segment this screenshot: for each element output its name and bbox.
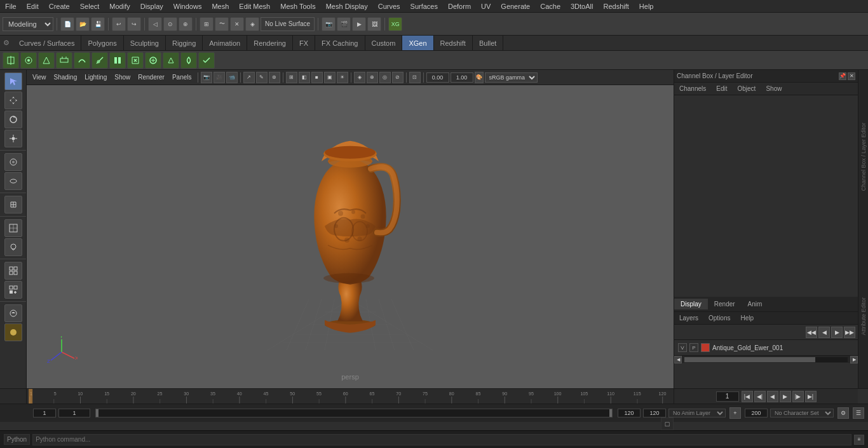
undo-btn[interactable]: ↩ [112,17,126,31]
layer-v-btn[interactable]: V [678,343,687,352]
vp-menu-renderer[interactable]: Renderer [135,72,168,82]
snap-sidebar[interactable] [4,196,22,214]
python-input[interactable] [32,434,851,445]
vp-ssao[interactable]: ◎ [379,72,391,83]
tab-redshift[interactable]: Redshift [434,36,473,50]
workspace-dropdown[interactable]: Modeling [3,17,53,31]
vp-cam3-btn[interactable]: 📹 [226,72,238,83]
xgen-tool-8[interactable] [127,52,144,69]
script-icon[interactable]: ≡ [854,435,864,445]
anim-range-track[interactable] [95,409,613,417]
view-sidebar[interactable] [4,219,22,237]
xgen-tool-6[interactable] [92,52,108,69]
viewport-canvas[interactable]: X Y Z persp [27,85,674,388]
menu-mesh-display[interactable]: Mesh Display [321,1,373,11]
next-key-btn[interactable]: ▶| [805,391,817,402]
show-renders-btn[interactable]: 🖼 [367,17,381,31]
anim-range-thumb-left[interactable] [96,409,98,417]
xgen-tool-7[interactable] [109,52,126,69]
cb-ctrl-close[interactable]: ✕ [848,72,855,80]
menu-surfaces[interactable]: Surfaces [405,1,443,11]
ch-nav-object[interactable]: Object [733,84,761,93]
tab-custom[interactable]: Custom [365,36,403,50]
tab-display[interactable]: Display [674,299,708,309]
vp-camera2-btn[interactable]: 🎥 [214,72,225,83]
play-back-btn[interactable]: ◀ [767,391,778,402]
layers-scroll-right[interactable]: ▶ [850,356,858,363]
char-set-icon[interactable]: ⚙ [837,407,849,419]
channel-box-edge-label[interactable]: Channel Box / Layer Editor [859,120,868,194]
vp-sculpt-mode[interactable]: ⊛ [269,72,280,83]
select-tool-btn[interactable]: ◁ [148,17,162,31]
vp-camera-btn[interactable]: 📷 [201,72,212,83]
ch-nav-edit[interactable]: Edit [711,84,732,93]
layers-nav-options[interactable]: Options [703,313,735,323]
menu-curves[interactable]: Curves [373,1,405,11]
menu-mesh[interactable]: Mesh [207,1,234,11]
current-frame-input[interactable] [716,391,739,402]
menu-help[interactable]: Help [634,1,659,11]
vp-color-space-icon[interactable]: 🎨 [475,72,484,83]
tab-anim[interactable]: Anim [742,299,769,309]
frame-end-3[interactable] [745,409,768,417]
vp-grid-btn[interactable]: ⊡ [409,72,421,83]
menu-file[interactable]: File [0,1,22,11]
vp-wireframe[interactable]: ⊞ [286,72,297,83]
char-set-icon2[interactable]: ☰ [853,407,864,419]
layer-next-btn[interactable]: ▶▶ [844,327,855,338]
snap-surface-btn[interactable]: ◈ [245,17,259,31]
move-tool-sidebar[interactable] [4,92,22,109]
lasso-tool-btn[interactable]: ⊙ [163,17,177,31]
xgen-tool-9[interactable] [145,52,161,69]
vp-shading3[interactable]: ⊕ [367,72,378,83]
ch-nav-show[interactable]: Show [761,84,787,93]
vp-menu-shading[interactable]: Shading [51,72,81,82]
layers-scrollbar[interactable]: ◀ ▶ [674,355,858,363]
tab-xgen[interactable]: XGen [402,36,433,50]
menu-generate[interactable]: Generate [496,1,535,11]
vp-lights[interactable]: ☀ [337,72,348,83]
snap-grid-btn[interactable]: ⊞ [200,17,214,31]
xgen-tool-11[interactable] [180,52,197,69]
bottom-right-btn[interactable]: □ [661,417,674,430]
snap-point-btn[interactable]: ✕ [230,17,244,31]
menu-modify[interactable]: Modify [104,1,135,11]
layer-p-btn[interactable]: P [689,343,698,352]
layers-scroll-track[interactable] [684,357,848,362]
xgen-tool-12[interactable] [198,52,215,69]
soft-sel-sidebar[interactable] [4,153,22,171]
frame-start-input[interactable] [33,409,56,417]
vp-solid[interactable]: ■ [311,72,323,83]
render-btn[interactable]: 🎬 [337,17,351,31]
rotate-tool-sidebar[interactable] [4,111,22,128]
layer-prev-btn[interactable]: ◀◀ [806,327,817,338]
menu-uv[interactable]: UV [476,1,496,11]
menu-edit-mesh[interactable]: Edit Mesh [234,1,275,11]
live-surface-btn[interactable]: No Live Surface [261,17,315,31]
tab-fx[interactable]: FX [293,36,315,50]
menu-display[interactable]: Display [135,1,168,11]
display-sidebar[interactable] [4,304,22,322]
paint-sel-btn[interactable]: ⊕ [179,17,193,31]
xgen-tool-5[interactable] [74,52,90,69]
lasso-sel-sidebar[interactable] [4,172,22,190]
menu-deform[interactable]: Deform [443,1,476,11]
vp-menu-show[interactable]: Show [111,72,133,82]
anim-range-thumb-right[interactable] [609,409,612,417]
new-scene-btn[interactable]: 📄 [60,17,74,31]
vp-shading2[interactable]: ◈ [354,72,365,83]
python-label[interactable]: Python [4,434,30,445]
menu-windows[interactable]: Windows [168,1,207,11]
frame-end-input[interactable] [58,409,90,417]
vp-texture[interactable]: ▣ [324,72,336,83]
menu-edit[interactable]: Edit [22,1,44,11]
vp-menu-view[interactable]: View [29,72,50,82]
save-scene-btn[interactable]: 💾 [91,17,105,31]
sculpt-sidebar[interactable] [4,238,22,256]
vp-paint-mode[interactable]: ✎ [256,72,268,83]
gamma-value[interactable] [451,72,473,83]
cb-ctrl-pin[interactable]: 📌 [839,72,846,80]
select-tool-sidebar[interactable] [4,72,22,90]
redo-btn[interactable]: ↪ [127,17,141,31]
open-scene-btn[interactable]: 📂 [76,17,90,31]
